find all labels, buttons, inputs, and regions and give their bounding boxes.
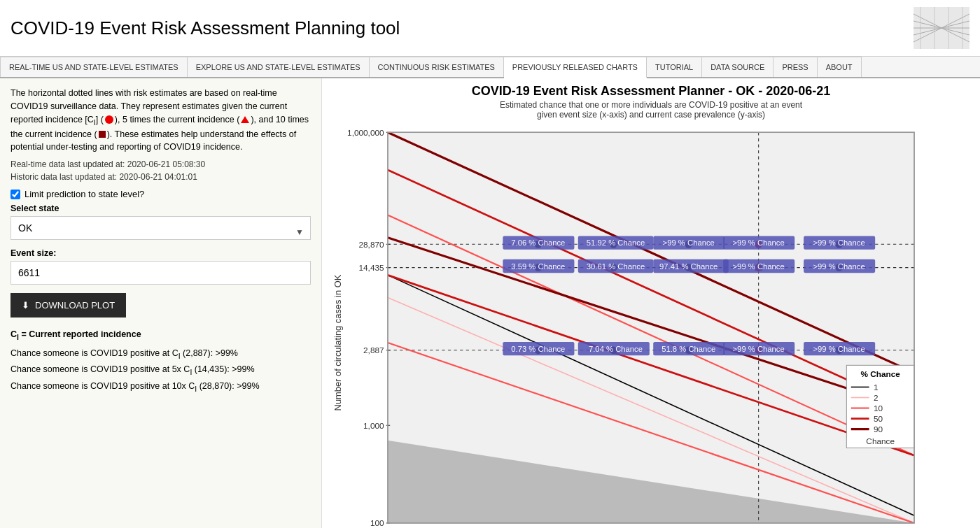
event-size-label: Event size: bbox=[10, 248, 311, 258]
svg-text:>99 % Chance: >99 % Chance bbox=[813, 262, 864, 271]
svg-text:50: 50 bbox=[874, 414, 883, 424]
header-logo bbox=[913, 7, 969, 49]
tab-continuous[interactable]: CONTINUOUS RISK ESTIMATES bbox=[370, 57, 504, 77]
chart-title: COVID-19 Event Risk Assessment Planner -… bbox=[472, 84, 831, 99]
svg-text:28,870: 28,870 bbox=[358, 240, 384, 250]
app-header: COVID-19 Event Risk Assessment Planning … bbox=[0, 0, 980, 57]
ci-title: CI = Current reported incidence bbox=[10, 327, 311, 343]
tab-press[interactable]: PRESS bbox=[774, 57, 817, 77]
download-button[interactable]: ⬇ DOWNLOAD PLOT bbox=[10, 293, 126, 317]
svg-text:2,887: 2,887 bbox=[363, 345, 384, 355]
svg-text:>99 % Chance: >99 % Chance bbox=[733, 238, 785, 247]
svg-text:97.41 % Chance: 97.41 % Chance bbox=[659, 262, 718, 271]
svg-text:1,000,000: 1,000,000 bbox=[347, 128, 384, 138]
svg-text:3.59 % Chance: 3.59 % Chance bbox=[511, 262, 565, 271]
svg-text:Chance: Chance bbox=[866, 436, 895, 446]
ci-line1: Chance someone is COVID19 positive at CI… bbox=[10, 346, 311, 362]
chart-subtitle: Estimated chance that one or more indivi… bbox=[500, 100, 802, 120]
chart-container: Number of circulating cases in OK bbox=[328, 124, 974, 528]
svg-text:10: 10 bbox=[874, 404, 883, 413]
tab-datasource[interactable]: DATA SOURCE bbox=[702, 57, 774, 77]
svg-text:2: 2 bbox=[874, 393, 878, 403]
event-size-input[interactable] bbox=[10, 261, 311, 285]
ci-line2: Chance someone is COVID19 positive at 5x… bbox=[10, 362, 311, 378]
svg-text:14,435: 14,435 bbox=[358, 263, 384, 273]
svg-text:>99 % Chance: >99 % Chance bbox=[733, 262, 785, 271]
svg-text:>99 % Chance: >99 % Chance bbox=[733, 345, 785, 353]
navigation: REAL-TIME US AND STATE-LEVEL ESTIMATES E… bbox=[0, 57, 980, 78]
limit-state-row[interactable]: Limit prediction to state level? bbox=[10, 189, 311, 199]
svg-text:>99 % Chance: >99 % Chance bbox=[813, 238, 864, 247]
svg-text:0.73 % Chance: 0.73 % Chance bbox=[511, 345, 565, 353]
svg-text:51.92 % Chance: 51.92 % Chance bbox=[587, 238, 645, 247]
svg-text:7.04 % Chance: 7.04 % Chance bbox=[589, 345, 643, 353]
main-content: The horizontal dotted lines with risk es… bbox=[0, 78, 980, 528]
download-icon: ⬇ bbox=[22, 300, 29, 311]
svg-text:30.61 % Chance: 30.61 % Chance bbox=[587, 262, 645, 271]
svg-text:90: 90 bbox=[874, 424, 883, 434]
download-label: DOWNLOAD PLOT bbox=[35, 300, 115, 311]
chart-svg: Number of circulating cases in OK bbox=[328, 124, 974, 528]
tab-explore[interactable]: EXPLORE US AND STATE-LEVEL ESTIMATES bbox=[188, 57, 370, 77]
svg-text:51.8 % Chance: 51.8 % Chance bbox=[662, 345, 715, 353]
sidebar-description: The horizontal dotted lines with risk es… bbox=[10, 87, 311, 154]
limit-state-label: Limit prediction to state level? bbox=[24, 189, 144, 199]
state-select[interactable]: OK AL CA TX bbox=[10, 216, 311, 240]
state-select-wrapper[interactable]: OK AL CA TX bbox=[10, 216, 311, 248]
ci-line3: Chance someone is COVID19 positive at 10… bbox=[10, 379, 311, 395]
svg-text:1,000: 1,000 bbox=[363, 421, 384, 431]
svg-text:>99 % Chance: >99 % Chance bbox=[813, 345, 864, 353]
tab-previously-released[interactable]: PREVIOUSLY RELEASED CHARTS bbox=[504, 57, 647, 78]
svg-text:% Chance: % Chance bbox=[861, 370, 901, 380]
svg-text:Number of circulating cases in: Number of circulating cases in OK bbox=[332, 274, 343, 411]
tab-about[interactable]: ABOUT bbox=[818, 57, 862, 77]
sidebar: The horizontal dotted lines with risk es… bbox=[0, 78, 322, 528]
chart-area: COVID-19 Event Risk Assessment Planner -… bbox=[322, 78, 980, 528]
tab-tutorial[interactable]: TUTORIAL bbox=[647, 57, 702, 77]
svg-text:>99 % Chance: >99 % Chance bbox=[663, 238, 715, 247]
state-select-label: Select state bbox=[10, 204, 311, 213]
svg-text:100: 100 bbox=[370, 518, 384, 528]
svg-text:7.06 % Chance: 7.06 % Chance bbox=[511, 238, 565, 247]
historic-update-label: Historic data last updated at: 2020-06-2… bbox=[10, 172, 311, 182]
limit-state-checkbox[interactable] bbox=[10, 190, 20, 199]
realtime-update-label: Real-time data last updated at: 2020-06-… bbox=[10, 159, 311, 169]
app-title: COVID-19 Event Risk Assessment Planning … bbox=[10, 17, 400, 39]
ci-section: CI = Current reported incidence Chance s… bbox=[10, 327, 311, 395]
svg-text:1: 1 bbox=[874, 383, 878, 392]
tab-realtime[interactable]: REAL-TIME US AND STATE-LEVEL ESTIMATES bbox=[0, 57, 188, 77]
